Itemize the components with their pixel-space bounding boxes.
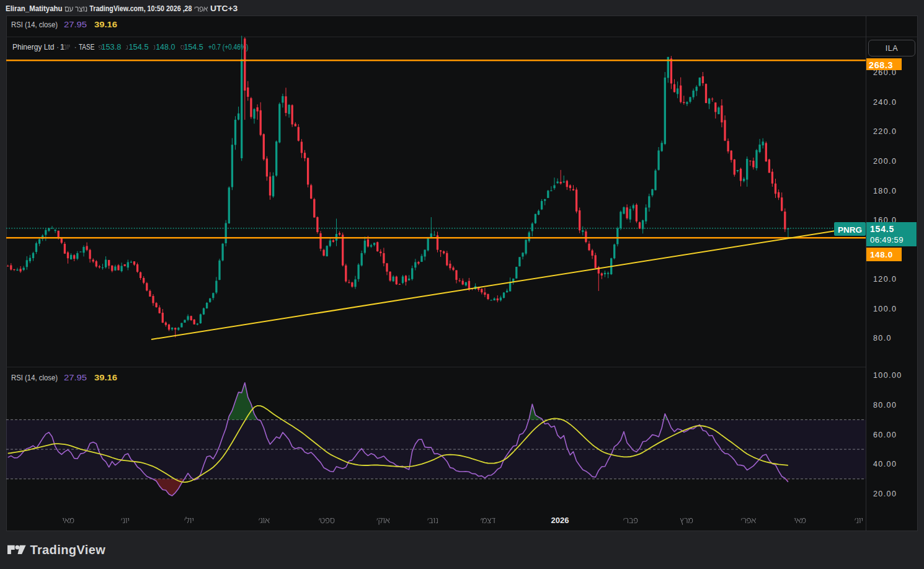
svg-text:148.0: 148.0: [156, 43, 175, 52]
svg-text:100.0: 100.0: [873, 305, 897, 313]
svg-text:TradingView: TradingView: [30, 543, 105, 557]
svg-text:100.00: 100.00: [873, 371, 902, 380]
svg-text:RSI (14, close): RSI (14, close): [11, 374, 58, 382]
svg-text:2026: 2026: [551, 516, 569, 525]
svg-text:60.00: 60.00: [873, 431, 897, 439]
svg-text:Phinergy Ltd: Phinergy Ltd: [12, 43, 55, 52]
svg-text:39.16: 39.16: [94, 374, 117, 382]
svg-text:·: ·: [74, 43, 76, 52]
svg-text:268.3: 268.3: [869, 60, 893, 70]
svg-text:+0.7 (+0.46%): +0.7 (+0.46%): [208, 43, 249, 52]
svg-text:154.5: 154.5: [184, 43, 203, 52]
svg-text:80.00: 80.00: [873, 401, 897, 410]
svg-text:UTC+3: UTC+3: [210, 4, 238, 13]
svg-text:27.95: 27.95: [64, 374, 87, 382]
svg-text:220.0: 220.0: [873, 127, 897, 136]
svg-text:40.00: 40.00: [873, 460, 897, 468]
svg-text:180.0: 180.0: [873, 187, 897, 195]
svg-text:TradingView.com, 10:50 2026 ,2: TradingView.com, 10:50 2026 ,28: [89, 4, 192, 13]
svg-text:06:49:59: 06:49:59: [870, 235, 904, 244]
svg-text:153.8: 153.8: [101, 43, 121, 52]
svg-text:148.0: 148.0: [870, 250, 893, 259]
svg-text:1: 1: [60, 43, 64, 52]
svg-text:80.0: 80.0: [873, 334, 892, 343]
svg-text:PNRG: PNRG: [838, 225, 862, 235]
svg-text:120.0: 120.0: [873, 275, 897, 284]
svg-text:200.0: 200.0: [873, 157, 897, 166]
svg-text:Eliran_Matityahu: Eliran_Matityahu: [6, 4, 63, 13]
svg-text:ILA: ILA: [886, 44, 898, 53]
svg-text:TASE: TASE: [79, 43, 94, 52]
svg-text:·: ·: [56, 43, 59, 52]
svg-text:39.16: 39.16: [94, 20, 117, 29]
svg-text:240.0: 240.0: [873, 98, 897, 107]
svg-text:27.95: 27.95: [64, 20, 87, 29]
svg-text:20.00: 20.00: [873, 490, 897, 498]
svg-text:154.5: 154.5: [870, 224, 894, 234]
svg-text:154.5: 154.5: [128, 43, 148, 52]
svg-text:RSI (14, close): RSI (14, close): [11, 20, 58, 29]
